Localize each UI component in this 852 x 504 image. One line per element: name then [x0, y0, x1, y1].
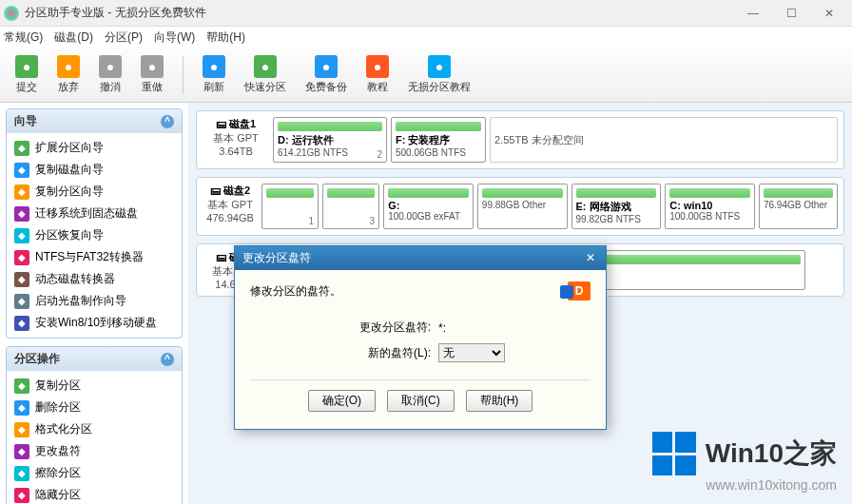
panel-item[interactable]: ◆复制分区: [10, 375, 178, 397]
dialog-form: 更改分区盘符: *: 新的盘符(L): 无: [336, 320, 591, 362]
panel-item[interactable]: ◆隐藏分区: [10, 484, 178, 504]
panel-item[interactable]: ◆复制分区向导: [10, 181, 178, 203]
item-icon: ◆: [14, 316, 29, 331]
ops-items: ◆复制分区◆删除分区◆格式化分区◆更改盘符◆擦除分区◆隐藏分区◆检查分区◆属性: [7, 371, 182, 504]
menu-help[interactable]: 帮助(H): [206, 29, 245, 46]
item-icon: ◆: [14, 163, 29, 178]
toolbar-刷新[interactable]: ●刷新: [197, 53, 231, 96]
toolbar-无损分区教程[interactable]: ●无损分区教程: [402, 53, 476, 96]
panel-item[interactable]: ◆NTFS与FAT32转换器: [10, 246, 178, 268]
unallocated[interactable]: 2.55TB 未分配空间: [490, 117, 838, 163]
item-label: 擦除分区: [35, 465, 81, 481]
partition[interactable]: G: 100.00GB exFAT: [383, 184, 474, 229]
dialog-title-text: 更改分区盘符: [242, 250, 311, 266]
close-button[interactable]: ✕: [810, 1, 848, 26]
partition[interactable]: E: 网络游戏 99.82GB NTFS: [571, 184, 662, 229]
menu-wizard[interactable]: 向导(W): [154, 29, 195, 46]
item-icon: ◆: [14, 422, 29, 437]
item-label: 删除分区: [35, 399, 81, 416]
partition[interactable]: 3: [322, 184, 379, 229]
disk-info: 🖴 磁盘1基本 GPT3.64TB: [203, 117, 269, 163]
sidebar: 向导 ^ ◆扩展分区向导◆复制磁盘向导◆复制分区向导◆迁移系统到固态磁盘◆分区恢…: [0, 103, 188, 504]
partition[interactable]: F: 安装程序 500.06GB NTFS: [391, 117, 486, 163]
item-icon: ◆: [14, 184, 29, 200]
partition[interactable]: C: win10 100.00GB NTFS: [665, 184, 755, 229]
item-icon: ◆: [14, 206, 29, 222]
item-icon: ◆: [14, 294, 29, 309]
current-letter-value: *:: [438, 321, 446, 335]
item-icon: ◆: [14, 250, 29, 265]
disk-row[interactable]: 🖴 磁盘1基本 GPT3.64TB D: 运行软件 614.21GB NTFS …: [196, 110, 844, 169]
change-letter-dialog: 更改分区盘符 ✕ 修改分区的盘符。 D 更改分区盘符: *: 新的盘符(L): …: [234, 245, 607, 430]
toolbar-教程[interactable]: ●教程: [360, 53, 395, 96]
item-label: 更改盘符: [35, 443, 81, 459]
item-label: 分区恢复向导: [35, 227, 104, 243]
dialog-description: 修改分区的盘符。: [250, 283, 341, 300]
menu-general[interactable]: 常规(G): [4, 29, 43, 46]
toolbar-撤消[interactable]: ●撤消: [93, 53, 127, 96]
item-icon: ◆: [14, 228, 29, 243]
item-label: NTFS与FAT32转换器: [35, 249, 144, 265]
item-label: 启动光盘制作向导: [35, 293, 126, 309]
panel-item[interactable]: ◆删除分区: [10, 397, 178, 418]
disk-row[interactable]: 🖴 磁盘2基本 GPT476.94GB 1 3 G: 100.00GB exFA…: [196, 177, 844, 236]
minimize-button[interactable]: —: [734, 1, 772, 26]
drive-letter-icon: D: [568, 281, 591, 300]
toolbar-提交[interactable]: ●提交: [10, 53, 44, 96]
item-label: 复制磁盘向导: [35, 162, 104, 178]
toolbar-快速分区[interactable]: ●快速分区: [239, 53, 292, 96]
item-icon: ◆: [14, 400, 29, 416]
partition[interactable]: D: 运行软件 614.21GB NTFS 2: [273, 117, 387, 163]
toolbar-放弃[interactable]: ●放弃: [51, 53, 86, 96]
panel-item[interactable]: ◆格式化分区: [10, 418, 178, 440]
toolbar-免费备份[interactable]: ●免费备份: [300, 53, 353, 96]
partition[interactable]: 76.94GB Other: [759, 184, 838, 229]
panel-item[interactable]: ◆动态磁盘转换器: [10, 268, 178, 290]
dialog-body: 修改分区的盘符。 D 更改分区盘符: *: 新的盘符(L): 无 确定(O) 取…: [235, 270, 606, 429]
window-title: 分区助手专业版 - 无损分区免费软件: [25, 5, 734, 21]
menu-partition[interactable]: 分区(P): [105, 29, 143, 46]
dialog-titlebar: 更改分区盘符 ✕: [235, 246, 606, 270]
partition[interactable]: 1: [261, 184, 319, 229]
dialog-close-button[interactable]: ✕: [583, 251, 598, 266]
panel-item[interactable]: ◆启动光盘制作向导: [10, 290, 178, 312]
toolbar-重做[interactable]: ●重做: [135, 53, 169, 96]
collapse-icon: ^: [161, 115, 174, 128]
panel-item[interactable]: ◆分区恢复向导: [10, 224, 178, 246]
current-letter-label: 更改分区盘符:: [336, 320, 431, 336]
panel-item[interactable]: ◆迁移系统到固态磁盘: [10, 203, 178, 224]
watermark: Win10之家 www.win10xitong.com: [652, 432, 837, 493]
watermark-text: Win10之家: [706, 436, 837, 472]
item-icon: ◆: [14, 141, 29, 156]
item-label: 隐藏分区: [35, 487, 81, 503]
cancel-button[interactable]: 取消(C): [387, 390, 455, 412]
windows-logo-icon: [652, 432, 696, 475]
disk-info: 🖴 磁盘2基本 GPT476.94GB: [203, 184, 258, 229]
menu-disk[interactable]: 磁盘(D): [54, 29, 93, 46]
wizard-panel-header[interactable]: 向导 ^: [7, 109, 182, 133]
new-letter-row: 新的盘符(L): 无: [336, 343, 591, 362]
item-label: 迁移系统到固态磁盘: [35, 205, 138, 222]
panel-item[interactable]: ◆复制磁盘向导: [10, 159, 178, 181]
panel-item[interactable]: ◆扩展分区向导: [10, 137, 178, 159]
help-button[interactable]: 帮助(H): [466, 390, 533, 412]
partition[interactable]: 99.88GB Other: [477, 184, 568, 229]
app-icon: [4, 6, 19, 21]
item-label: 复制分区向导: [35, 184, 104, 200]
toolbar: ●提交●放弃●撤消●重做●刷新●快速分区●免费备份●教程●无损分区教程: [0, 48, 852, 103]
titlebar: 分区助手专业版 - 无损分区免费软件 — ☐ ✕: [0, 0, 852, 27]
ok-button[interactable]: 确定(O): [308, 390, 376, 412]
menubar: 常规(G) 磁盘(D) 分区(P) 向导(W) 帮助(H): [0, 27, 852, 48]
new-letter-select[interactable]: 无: [438, 343, 505, 362]
wizard-panel: 向导 ^ ◆扩展分区向导◆复制磁盘向导◆复制分区向导◆迁移系统到固态磁盘◆分区恢…: [6, 108, 183, 339]
item-icon: ◆: [14, 488, 29, 503]
panel-item[interactable]: ◆更改盘符: [10, 440, 178, 462]
maximize-button[interactable]: ☐: [772, 1, 810, 26]
ops-panel-header[interactable]: 分区操作 ^: [7, 347, 182, 371]
dialog-buttons: 确定(O) 取消(C) 帮助(H): [250, 379, 591, 417]
panel-item[interactable]: ◆安装Win8/10到移动硬盘: [10, 312, 178, 334]
panel-item[interactable]: ◆擦除分区: [10, 462, 178, 484]
wizard-items: ◆扩展分区向导◆复制磁盘向导◆复制分区向导◆迁移系统到固态磁盘◆分区恢复向导◆N…: [7, 133, 182, 338]
item-icon: ◆: [14, 378, 29, 394]
window-controls: — ☐ ✕: [734, 1, 848, 26]
